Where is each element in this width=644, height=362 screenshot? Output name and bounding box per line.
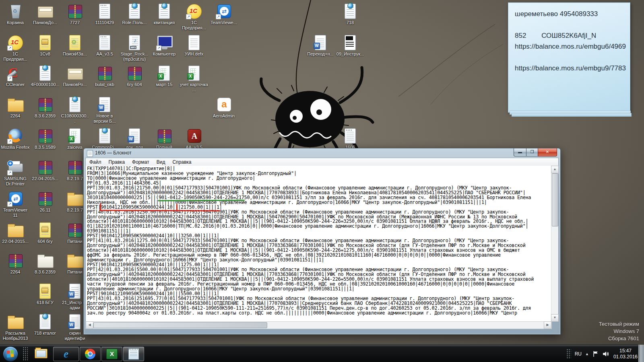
menu-Вид[interactable]: Вид (153, 158, 169, 166)
scroll-up-arrow[interactable]: ▲ (551, 166, 559, 173)
desktop-icon[interactable]: Рассылка Ноябрь2013 (1, 314, 30, 341)
desktop-icon[interactable]: 22-04-2015... (1, 222, 30, 244)
desktop-icon-label: 6гу 604 (120, 82, 149, 87)
vertical-scroll-thumb[interactable] (552, 173, 558, 226)
desktop-icon[interactable]: 09_Инструк... (336, 35, 365, 57)
start-button[interactable] (3, 346, 18, 362)
desktop-icon[interactable]: aAeroAdmin (209, 97, 238, 119)
desktop-icon[interactable]: 6гу 604 (120, 65, 149, 87)
desktop-icon[interactable]: Корзина (1, 3, 30, 25)
desktop-icon[interactable]: AAA_v3.5 (180, 128, 208, 150)
onecfile-icon (36, 283, 54, 299)
mp3-icon (126, 35, 143, 51)
horizontal-scroll-thumb[interactable] (93, 322, 267, 328)
menu-Файл[interactable]: Файл (86, 158, 105, 166)
desktop-icon-label: Stage_Rock... (mp3cut.ru) (120, 51, 149, 62)
menu-Формат[interactable]: Формат (128, 158, 153, 166)
desktop-icon[interactable]: CommonPi... (90, 128, 119, 150)
notepad-taskbar-button[interactable] (123, 347, 144, 361)
notepad-text-area[interactable]: FK|TXPP140701|1С:Предприятие|8|| FROM|3|… (86, 166, 551, 322)
desktop-icon[interactable]: ↗TeamViewe... (209, 3, 238, 25)
desktop-icon[interactable]: 22-04-2015... (31, 159, 60, 181)
desktop-icon[interactable]: C↗CCleaner (1, 65, 30, 87)
desktop-icon[interactable]: 8.3.6.2359 (31, 97, 60, 119)
desktop-icon[interactable]: ПоискИЗа... (60, 35, 89, 57)
desktop-icon[interactable]: 11110429 (90, 3, 119, 25)
action-center-flag-icon[interactable] (592, 351, 599, 357)
desktop-icon[interactable]: AA_v3.5 (90, 35, 119, 57)
menu-Справка[interactable]: Справка (169, 158, 195, 166)
window-title: 1606 — Блокнот (95, 150, 132, 156)
desktop-icon[interactable]: квитанция (150, 3, 179, 25)
desktop-icon[interactable]: март-15 (150, 65, 179, 87)
close-button[interactable]: ✕ (538, 148, 557, 156)
folder-icon (66, 191, 84, 207)
desktop-icon[interactable]: учет карточка ... (180, 65, 208, 93)
desktop-icon[interactable]: Новое в версии Б... (90, 97, 119, 124)
clock[interactable]: 15:47 01.03.2016 (613, 348, 638, 360)
sticky-note[interactable]: шереметьево 4954089333 852 СОШ852K6AfjI_… (508, 2, 630, 113)
desktop-icon[interactable]: 604 бгу (31, 222, 60, 244)
word-icon (312, 35, 329, 51)
desktop-icon[interactable]: ↗Mozilla Firefox (1, 128, 30, 150)
horizontal-scrollbar[interactable]: ◀ ▶ (85, 321, 552, 329)
minimize-button[interactable]: ▬ (514, 148, 526, 156)
desktop-icon[interactable]: ↗SAMSUNG Dr.Printer (1, 159, 30, 187)
desktop-icon[interactable]: УИН.defx (180, 35, 208, 57)
desktop-icon[interactable]: 8.3.6.2359 (31, 253, 60, 275)
tray-drag-handle[interactable] (566, 349, 571, 359)
desktop-icon[interactable]: ↗1С Предприя... (1, 35, 30, 62)
desktop-icon[interactable]: С108000300... (60, 97, 89, 124)
rar-icon (36, 159, 54, 175)
menu-Правка[interactable]: Правка (105, 158, 129, 166)
notepad-titlebar[interactable]: 1606 — Блокнот ▬ ❐ ✕ (84, 148, 560, 158)
desktop-icon[interactable]: zaiceva (60, 128, 89, 150)
desktop-icon[interactable]: Stage_Rock... (mp3cut.ru) (120, 35, 149, 62)
chrome-taskbar-button[interactable] (80, 347, 101, 361)
desktop-icon[interactable]: 2264 (1, 97, 30, 119)
toolbar-drag-handle[interactable] (23, 347, 28, 360)
desktop-icon[interactable]: ↗1С Предприя... (180, 3, 208, 31)
word-icon (66, 283, 84, 299)
tray-expand-arrow-icon[interactable]: ▲ (585, 352, 589, 356)
desktop-icon[interactable]: 8.3.5.1589 (31, 128, 60, 150)
cardbox-icon (36, 3, 54, 19)
desktop-icon[interactable]: 718 (336, 3, 365, 25)
internet-explorer-taskbar-button[interactable]: e (53, 347, 79, 361)
desktop-icon[interactable]: 2264 (1, 253, 30, 275)
explorer-taskbar-button[interactable] (32, 348, 50, 360)
desktop-icon[interactable]: Role.Поль... (120, 3, 149, 25)
desktop-icon[interactable]: ↗TeamViewer 11 (1, 191, 30, 218)
scroll-left-arrow[interactable]: ◀ (86, 321, 93, 329)
desktop-icon[interactable]: 618 БГУ (31, 283, 60, 305)
desktop-icon[interactable]: Переход+н... (306, 35, 335, 57)
desktop-icon-label: ПанковДо... (31, 20, 60, 25)
desktop-icon[interactable]: 718 кталог (31, 314, 60, 336)
language-indicator[interactable]: RU (575, 351, 582, 357)
excel-taskbar-button[interactable]: X (101, 347, 122, 361)
maximize-button[interactable]: ❐ (526, 148, 538, 156)
desktop-icon[interactable]: ↗Компьютер (150, 35, 179, 57)
desktop-icon-label: Mozilla Firefox (1, 145, 30, 150)
desktop-icon[interactable]: bulat_okb (90, 65, 119, 87)
show-desktop-button[interactable] (638, 345, 644, 362)
desktop-icon[interactable]: Полный (150, 128, 179, 150)
desktop-icon-label: 618 БГУ (31, 300, 60, 305)
desktop-icon[interactable]: 1Cv8 (31, 35, 60, 57)
desktop-icon[interactable]: ПанковРо... (60, 65, 89, 87)
desktop-icon[interactable]: 26.11 (31, 191, 60, 213)
notepad-window[interactable]: 1606 — Блокнот ▬ ❐ ✕ ФайлПравкаФорматВид… (83, 148, 561, 335)
desktop-icon[interactable]: 1606 (336, 128, 365, 150)
scroll-right-arrow[interactable]: ▶ (544, 321, 551, 329)
rar-icon (66, 159, 84, 175)
desktop-icon-label: 8.3.6.2359 (31, 113, 60, 119)
scroll-down-arrow[interactable]: ▼ (551, 314, 559, 322)
rar-icon (96, 65, 114, 81)
desktop-icon-label: 7727 (60, 20, 89, 25)
desktop-icon[interactable]: 7727 (60, 3, 89, 25)
volume-icon[interactable] (603, 351, 610, 357)
sticky-note-text: шереметьево 4954089333 852 СОШ852K6AfjI_… (508, 3, 630, 79)
vertical-scrollbar[interactable]: ▲ ▼ (551, 166, 558, 322)
desktop-icon[interactable]: ПанковДо... (31, 3, 60, 25)
desktop-icon[interactable]: 4F00000100... (31, 65, 60, 87)
